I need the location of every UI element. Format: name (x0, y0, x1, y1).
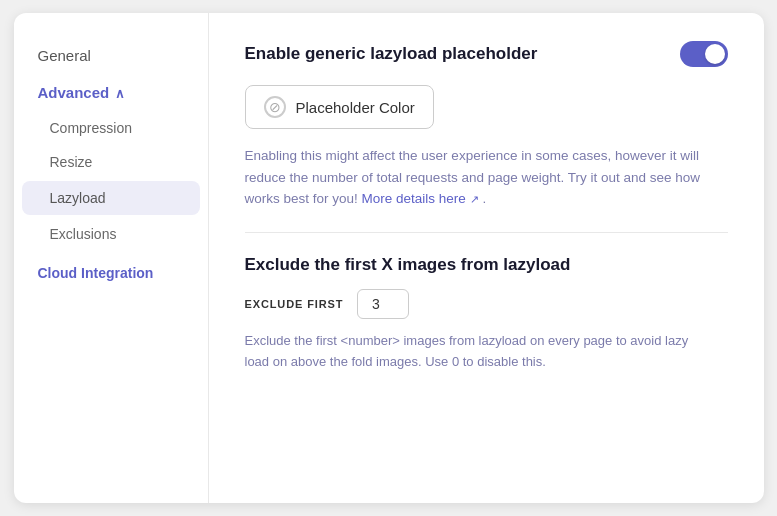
section-divider (245, 232, 728, 233)
color-swatch-icon: ⊘ (264, 96, 286, 118)
exclusions-label: Exclusions (50, 226, 117, 242)
placeholder-color-button[interactable]: ⊘ Placeholder Color (245, 85, 434, 129)
sidebar-item-resize[interactable]: Resize (14, 145, 208, 179)
sidebar-item-lazyload[interactable]: Lazyload (22, 181, 200, 215)
external-link-icon: ↗ (470, 193, 479, 205)
section2-title: Exclude the first X images from lazyload (245, 255, 728, 275)
main-content: Enable generic lazyload placeholder ⊘ Pl… (209, 13, 764, 503)
sidebar-item-cloud-integration[interactable]: Cloud Integration (14, 251, 208, 287)
settings-card: General Advanced Compression Resize Lazy… (14, 13, 764, 503)
sidebar-general-label: General (38, 47, 91, 64)
exclude-first-input[interactable] (357, 289, 409, 319)
sidebar: General Advanced Compression Resize Lazy… (14, 13, 209, 503)
toggle-knob (705, 44, 725, 64)
section1-title: Enable generic lazyload placeholder (245, 44, 538, 64)
more-details-link[interactable]: More details here ↗ (362, 191, 483, 206)
lazyload-toggle[interactable] (680, 41, 728, 67)
exclude-row: EXCLUDE FIRST (245, 289, 728, 319)
lazyload-label: Lazyload (50, 190, 106, 206)
cloud-integration-label: Cloud Integration (38, 265, 154, 281)
more-details-label: More details here (362, 191, 466, 206)
chevron-up-icon (115, 84, 125, 101)
resize-label: Resize (50, 154, 93, 170)
sidebar-item-exclusions[interactable]: Exclusions (14, 217, 208, 251)
section1-header: Enable generic lazyload placeholder (245, 41, 728, 67)
suffix-text: . (482, 191, 486, 206)
sidebar-item-general[interactable]: General (14, 37, 208, 74)
compression-label: Compression (50, 120, 132, 136)
sidebar-item-advanced[interactable]: Advanced (14, 74, 208, 111)
slash-icon: ⊘ (269, 99, 281, 115)
sidebar-item-compression[interactable]: Compression (14, 111, 208, 145)
color-button-label: Placeholder Color (296, 99, 415, 116)
exclude-description: Exclude the first <number> images from l… (245, 331, 705, 373)
exclude-first-label: EXCLUDE FIRST (245, 298, 344, 310)
section1-description: Enabling this might affect the user expe… (245, 145, 705, 210)
sidebar-advanced-label: Advanced (38, 84, 110, 101)
